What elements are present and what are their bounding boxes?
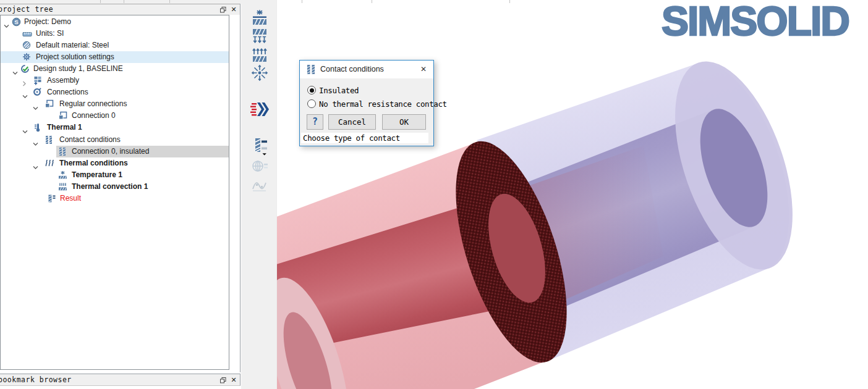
contact-conditions-dialog: Contact conditions ✕ Insulated No therma…	[299, 60, 434, 146]
radio-selected-icon[interactable]	[307, 86, 316, 94]
close-panel-icon[interactable]: ✕	[229, 376, 238, 384]
tree-item-label: Temperature 1	[72, 170, 122, 179]
heat-waves-icon	[45, 159, 54, 170]
toolbar-remnant-tick	[302, 0, 302, 3]
response-curve-tool-button-disabled	[250, 176, 270, 194]
project-tree-panel: project tree ✕ S Project: Demo Units: SI…	[0, 4, 240, 372]
globe-tool-button-disabled	[250, 157, 270, 175]
tree-item-label: Connection 0, insulated	[72, 147, 149, 156]
tree-item-label: Connections	[47, 88, 88, 96]
heat-flux-tool-button[interactable]	[250, 27, 270, 46]
bookmark-browser-title: bookmark browser	[0, 375, 72, 384]
thermometer-icon	[33, 123, 41, 135]
thermal-radiation-tool-button[interactable]	[250, 64, 270, 82]
float-panel-icon[interactable]	[219, 376, 228, 384]
tree-item-thermal-conditions[interactable]: Thermal conditions	[1, 157, 229, 169]
analysis-toolbar	[241, 0, 276, 389]
tree-item-connections[interactable]: Connections	[1, 86, 229, 98]
dialog-status-text: Choose type of contact	[303, 133, 400, 143]
tree-item-label: Thermal conditions	[59, 159, 128, 167]
tree-item-label: Connection 0	[72, 111, 116, 120]
tree-item-thermal-1[interactable]: Thermal 1	[1, 122, 229, 133]
tree-item-units[interactable]: Units: SI	[1, 28, 229, 40]
contact-bars-icon	[306, 64, 316, 77]
tree-item-connection-0[interactable]: Connection 0	[1, 110, 229, 122]
tree-item-design-study[interactable]: Design study 1, BASELINE	[1, 63, 229, 75]
help-button[interactable]: ?	[307, 114, 323, 130]
toolbar-remnant-tick	[169, 0, 170, 3]
tree-item-solution-settings[interactable]: Project solution settings	[1, 51, 229, 63]
toolbar-remnant-tick	[100, 0, 101, 3]
result-icon	[48, 194, 56, 206]
tree-item-project[interactable]: S Project: Demo	[1, 16, 229, 28]
tree-item-label: Regular connections	[59, 99, 127, 108]
connections-icon	[33, 88, 41, 99]
cancel-button[interactable]: Cancel	[328, 114, 376, 130]
tree-item-label: Assembly	[47, 76, 79, 85]
dialog-status-bar: Choose type of contact	[301, 133, 428, 143]
tree-item-assembly[interactable]: Assembly	[1, 75, 229, 86]
insulated-option-label: Insulated	[319, 86, 359, 95]
radio-unselected-icon[interactable]	[307, 99, 316, 108]
radio-dot	[310, 88, 314, 93]
tree-item-label: Result	[60, 194, 81, 203]
toolbar-remnant-tick	[372, 0, 372, 3]
thermal-convection-tool-button[interactable]	[250, 46, 270, 65]
gear-icon	[22, 52, 31, 64]
3d-viewport[interactable]: SIMSOLID	[276, 0, 868, 389]
convection-icon	[58, 182, 67, 193]
tree-item-default-material[interactable]: Default material: Steel	[1, 40, 229, 51]
tree-item-contact-conditions[interactable]: Contact conditions	[1, 134, 229, 146]
tree-item-thermal-convection-1[interactable]: Thermal convection 1	[1, 181, 229, 193]
close-panel-icon[interactable]: ✕	[229, 6, 238, 14]
project-tree-title: project tree	[0, 5, 53, 14]
toolbar-remnant-tick	[509, 0, 510, 3]
temperature-tool-button[interactable]	[250, 9, 270, 27]
contact-conditions-tool-button[interactable]	[250, 136, 270, 156]
bookmark-browser-titlebar[interactable]: bookmark browser ✕	[0, 374, 240, 386]
solve-tool-button[interactable]	[250, 100, 270, 119]
project-tree[interactable]: S Project: Demo Units: SI Default materi…	[0, 15, 229, 370]
temperature-icon	[58, 170, 67, 182]
toolbar-remnant-tick	[124, 0, 124, 3]
tree-item-label: Thermal 1	[47, 123, 82, 132]
dialog-titlebar[interactable]: Contact conditions ✕	[300, 61, 433, 78]
tree-item-label: Project: Demo	[24, 17, 71, 26]
tree-item-result[interactable]: Result	[1, 193, 229, 204]
tree-item-connection-0-insulated[interactable]: Connection 0, insulated	[1, 146, 229, 157]
dialog-title: Contact conditions	[320, 65, 384, 73]
material-icon	[22, 41, 31, 52]
tree-item-regular-connections[interactable]: Regular connections	[1, 98, 229, 110]
no-thermal-resistance-option-label: No thermal resistance contact	[319, 99, 447, 109]
simsolid-logo: SIMSOLID	[662, 0, 868, 44]
bookmark-browser-panel: bookmark browser ✕	[0, 374, 240, 389]
svg-text:S: S	[14, 19, 18, 25]
ok-button[interactable]: OK	[382, 114, 426, 130]
float-panel-icon[interactable]	[219, 6, 228, 14]
tree-item-label: Units: SI	[36, 29, 64, 38]
tree-item-label: Thermal convection 1	[72, 182, 148, 191]
tree-item-label: Default material: Steel	[36, 41, 109, 49]
tree-item-label: Project solution settings	[36, 52, 114, 61]
tree-item-label: Contact conditions	[59, 135, 121, 144]
project-tree-titlebar[interactable]: project tree ✕	[0, 4, 240, 15]
tree-item-label: Design study 1, BASELINE	[33, 64, 123, 73]
simsolid-window: SIMSOLID project tree ✕ S Project: Demo	[0, 0, 868, 389]
tree-item-temperature-1[interactable]: Temperature 1	[1, 169, 229, 181]
3d-model-scene[interactable]	[277, 0, 868, 389]
close-dialog-icon[interactable]: ✕	[419, 64, 428, 74]
